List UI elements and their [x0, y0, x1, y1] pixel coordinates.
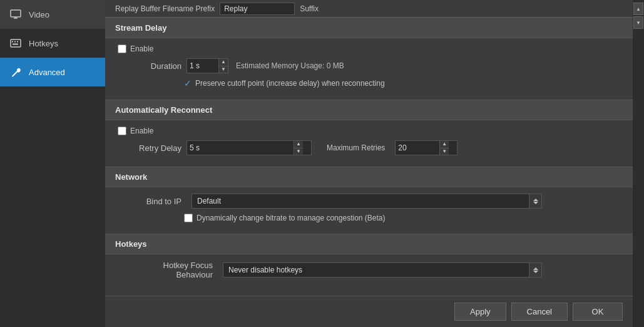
suffix-label: Suffix [300, 4, 319, 13]
dynamic-bitrate-label: Dynamically change bitrate to manage con… [197, 214, 386, 222]
bind-to-ip-row: Bind to IP Default [115, 194, 623, 209]
auto-reconnect-header: Automatically Reconnect [105, 100, 633, 120]
max-retries-down-button[interactable]: ▼ [440, 148, 449, 155]
strip-up-button[interactable]: ▲ [633, 3, 643, 15]
auto-reconnect-enable-checkbox[interactable] [118, 127, 126, 135]
stream-delay-body: Enable Duration ▲ ▼ Estimated Memory Usa… [105, 38, 633, 100]
replay-prefix-input[interactable] [220, 3, 295, 15]
auto-reconnect-body: Enable Retry Delay ▲ ▼ Maximum Retries ▲ [105, 120, 633, 167]
hotkeys-body: Hotkey Focus Behaviour Never disable hot… [105, 254, 633, 291]
duration-spinbox[interactable]: ▲ ▼ [187, 58, 228, 73]
auto-reconnect-enable-label: Enable [130, 127, 153, 135]
sidebar-item-label: Video [29, 10, 49, 19]
top-bar: Replay Buffer Filename Prefix Suffix [105, 0, 633, 18]
duration-down-button[interactable]: ▼ [219, 66, 228, 73]
network-header: Network [105, 167, 633, 187]
duration-input[interactable] [187, 60, 218, 71]
duration-row: Duration ▲ ▼ Estimated Memory Usage: 0 M… [115, 58, 623, 73]
sidebar-item-label: Advanced [29, 68, 65, 77]
stream-delay-enable-row: Enable [115, 44, 623, 53]
sidebar-item-label: Hotkeys [29, 39, 58, 48]
retry-delay-input[interactable] [187, 142, 294, 153]
duration-spinbox-buttons: ▲ ▼ [218, 59, 228, 73]
monitor-icon [9, 8, 23, 21]
hotkey-focus-select-container[interactable]: Never disable hotkeys Disable when in fu… [223, 262, 542, 278]
max-retries-label: Maximum Retries [327, 143, 385, 152]
wrench-icon [9, 65, 23, 79]
bind-to-ip-select[interactable]: Default [192, 195, 541, 207]
preserve-check-icon: ✓ [184, 78, 192, 88]
max-retries-spinbox-buttons: ▲ ▼ [439, 141, 449, 155]
dynamic-bitrate-row: Dynamically change bitrate to manage con… [115, 214, 623, 222]
preserve-cutoff-label: Preserve cutoff point (increase delay) w… [195, 79, 385, 88]
strip-down-button[interactable]: ▼ [633, 16, 643, 29]
svg-rect-0 [11, 10, 21, 17]
preserve-cutoff-row: ✓ Preserve cutoff point (increase delay)… [115, 78, 623, 88]
duration-up-button[interactable]: ▲ [219, 59, 228, 66]
retry-delay-up-button[interactable]: ▲ [294, 141, 303, 148]
apply-button[interactable]: Apply [454, 303, 506, 321]
memory-usage-text: Estimated Memory Usage: 0 MB [236, 61, 344, 70]
network-body: Bind to IP Default Dynamically change bi… [105, 187, 633, 234]
sidebar-item-video[interactable]: Video [0, 0, 105, 29]
bottom-bar: Apply Cancel OK [105, 296, 633, 327]
hotkeys-header: Hotkeys [105, 234, 633, 254]
stream-delay-header: Stream Delay [105, 18, 633, 38]
stream-delay-enable-checkbox[interactable] [118, 44, 126, 53]
sidebar: Video Hotkeys Advanced [0, 0, 105, 327]
dynamic-bitrate-checkbox[interactable] [184, 214, 193, 222]
hotkey-focus-row: Hotkey Focus Behaviour Never disable hot… [115, 261, 623, 279]
sidebar-item-advanced[interactable]: Advanced [0, 58, 105, 86]
auto-reconnect-enable-row: Enable [115, 127, 623, 135]
main-content: Replay Buffer Filename Prefix Suffix Str… [105, 0, 633, 327]
max-retries-up-button[interactable]: ▲ [440, 141, 449, 148]
ok-button[interactable]: OK [573, 303, 623, 321]
right-strip: ▲ ▼ [633, 0, 644, 327]
keyboard-icon [9, 36, 23, 50]
retry-delay-label: Retry Delay [125, 143, 181, 153]
hotkey-focus-select[interactable]: Never disable hotkeys Disable when in fu… [223, 264, 541, 276]
svg-rect-4 [12, 41, 13, 43]
max-retries-input[interactable] [396, 142, 439, 153]
bind-to-ip-label: Bind to IP [125, 197, 181, 206]
max-retries-spinbox[interactable]: ▲ ▼ [395, 140, 457, 155]
retry-delay-spinbox-buttons: ▲ ▼ [294, 141, 303, 155]
svg-rect-6 [17, 41, 18, 43]
retry-delay-down-button[interactable]: ▼ [294, 148, 303, 155]
retry-delay-spinbox[interactable]: ▲ ▼ [187, 140, 312, 155]
content-area: Stream Delay Enable Duration ▲ ▼ Estimat… [105, 18, 633, 296]
hotkey-focus-label: Hotkey Focus Behaviour [125, 261, 213, 279]
retry-delay-row: Retry Delay ▲ ▼ Maximum Retries ▲ ▼ [115, 140, 623, 155]
bind-to-ip-select-container[interactable]: Default [192, 194, 542, 209]
svg-rect-3 [11, 39, 21, 47]
duration-label: Duration [125, 61, 181, 71]
replay-prefix-label: Replay Buffer Filename Prefix [115, 4, 215, 13]
stream-delay-enable-label: Enable [130, 44, 153, 53]
svg-rect-7 [13, 44, 18, 45]
svg-rect-5 [14, 41, 16, 43]
sidebar-item-hotkeys[interactable]: Hotkeys [0, 29, 105, 58]
cancel-button[interactable]: Cancel [511, 303, 568, 321]
